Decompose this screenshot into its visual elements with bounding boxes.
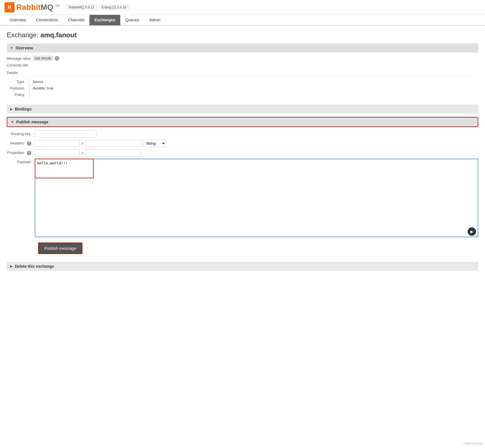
logo: R RabbitMQ TM bbox=[4, 2, 59, 12]
page-title: Exchange: amq.fanout bbox=[7, 31, 478, 39]
payload-wrapper: hello,world!!! ▶ bbox=[35, 159, 478, 238]
nav-channels[interactable]: Channels bbox=[63, 15, 89, 26]
properties-row: Properties: ? = bbox=[7, 149, 478, 156]
message-rates-row: Message rates last minute ? bbox=[7, 56, 478, 61]
bindings-section: ▶ Bindings bbox=[7, 105, 478, 114]
type-value: fanout bbox=[29, 78, 57, 85]
publish-section: ▼ Publish message Routing key: Headers: … bbox=[7, 117, 478, 257]
policy-label: Policy bbox=[7, 91, 29, 98]
routing-key-input[interactable] bbox=[35, 130, 96, 137]
payload-row: Payload: hello,world!!! ▶ bbox=[7, 159, 478, 238]
message-rates-help-icon[interactable]: ? bbox=[55, 56, 59, 61]
features-value: durable: true bbox=[29, 85, 57, 91]
nav-exchanges[interactable]: Exchanges bbox=[89, 15, 120, 26]
logo-text: RabbitMQ TM bbox=[16, 3, 59, 12]
publish-section-title: Publish message bbox=[16, 120, 48, 124]
headers-label: Headers: ? bbox=[7, 141, 35, 146]
properties-key-input[interactable] bbox=[35, 149, 80, 156]
delete-section-title: Delete this exchange bbox=[15, 264, 54, 269]
version-badge: RabbitMQ 3.9.13 bbox=[66, 4, 97, 10]
idle-text: Currently idle bbox=[7, 63, 478, 67]
main-nav: Overview Connections Channels Exchanges … bbox=[0, 15, 485, 26]
publish-arrow: ▼ bbox=[11, 120, 14, 124]
policy-value bbox=[29, 91, 57, 98]
properties-equals: = bbox=[81, 151, 84, 155]
delete-section-header[interactable]: ▶ Delete this exchange bbox=[7, 262, 478, 271]
publish-form: Routing key: Headers: ? = String Number … bbox=[7, 127, 478, 257]
headers-value-input[interactable] bbox=[85, 140, 141, 147]
features-label: Features bbox=[7, 85, 29, 91]
message-rates-label: Message rates bbox=[7, 56, 31, 61]
payload-label: Payload: bbox=[7, 159, 35, 164]
publish-button-row: Publish message bbox=[7, 240, 478, 254]
headers-key-input[interactable] bbox=[35, 140, 80, 147]
payload-textarea[interactable]: hello,world!!! bbox=[35, 159, 478, 237]
header: R RabbitMQ TM RabbitMQ 3.9.13 Erlang 23.… bbox=[0, 0, 485, 15]
details-label: Details bbox=[7, 71, 478, 76]
details-type-row: Type fanout bbox=[7, 78, 57, 85]
overview-arrow: ▼ bbox=[10, 46, 13, 50]
overview-section-title: Overview bbox=[16, 46, 33, 50]
last-minute-badge: last minute bbox=[33, 56, 53, 61]
properties-label: Properties: ? bbox=[7, 151, 35, 155]
details-table: Type fanout Features durable: true Polic… bbox=[7, 78, 57, 98]
publish-message-button[interactable]: Publish message bbox=[38, 243, 82, 254]
delete-section: ▶ Delete this exchange bbox=[7, 262, 478, 271]
properties-value-input[interactable] bbox=[85, 149, 141, 156]
grammarly-icon: ▶ bbox=[468, 227, 476, 236]
type-label: Type bbox=[7, 78, 29, 85]
bindings-section-title: Bindings bbox=[15, 107, 32, 111]
headers-equals: = bbox=[81, 141, 84, 146]
publish-section-header[interactable]: ▼ Publish message bbox=[7, 117, 478, 127]
details-section: Details Type fanout Features durable: tr… bbox=[7, 71, 478, 98]
overview-content: Message rates last minute ? Currently id… bbox=[7, 52, 478, 101]
exchange-name: amq.fanout bbox=[40, 31, 77, 39]
nav-admin[interactable]: Admin bbox=[144, 15, 165, 26]
nav-overview[interactable]: Overview bbox=[4, 15, 31, 26]
routing-key-row: Routing key: bbox=[7, 130, 478, 137]
logo-tm: TM bbox=[56, 4, 59, 8]
erlang-badge: Erlang 23.3.4.18 bbox=[99, 4, 129, 10]
routing-key-label: Routing key: bbox=[7, 132, 35, 136]
page-title-prefix: Exchange: bbox=[7, 31, 40, 39]
page-content: Exchange: amq.fanout ▼ Overview Message … bbox=[0, 26, 485, 280]
headers-row: Headers: ? = String Number Boolean bbox=[7, 140, 478, 147]
logo-icon: R bbox=[4, 2, 15, 12]
nav-queues[interactable]: Queues bbox=[120, 15, 144, 26]
bindings-arrow: ▶ bbox=[10, 107, 13, 111]
details-policy-row: Policy bbox=[7, 91, 57, 98]
headers-type-select[interactable]: String Number Boolean bbox=[143, 140, 166, 147]
properties-help-icon[interactable]: ? bbox=[27, 151, 31, 155]
delete-arrow: ▶ bbox=[10, 264, 13, 268]
overview-section-header[interactable]: ▼ Overview bbox=[7, 43, 478, 52]
nav-connections[interactable]: Connections bbox=[31, 15, 63, 26]
bindings-section-header[interactable]: ▶ Bindings bbox=[7, 105, 478, 114]
headers-help-icon[interactable]: ? bbox=[27, 141, 31, 146]
overview-section: ▼ Overview Message rates last minute ? C… bbox=[7, 43, 478, 101]
details-features-row: Features durable: true bbox=[7, 85, 57, 91]
